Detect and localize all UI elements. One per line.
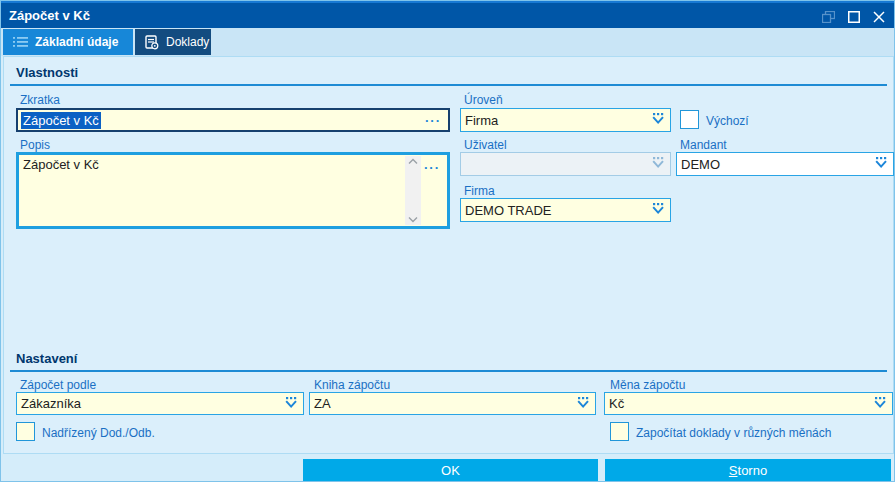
popis-textarea[interactable]: Zápočet v Kč ···: [16, 152, 450, 229]
dialog-window: Zápočet v Kč: [0, 0, 895, 482]
titlebar: Zápočet v Kč: [1, 1, 895, 28]
tab-label: Doklady: [166, 35, 209, 49]
restore-window-icon[interactable]: [816, 6, 840, 27]
zapocet-podle-combo[interactable]: Zákazníka: [16, 392, 304, 415]
popis-scrollbar[interactable]: [405, 156, 421, 225]
storno-rest: torno: [738, 463, 768, 478]
mandant-value: DEMO: [681, 157, 720, 172]
vychozi-label: Výchozí: [706, 114, 749, 128]
tab-label: Základní údaje: [35, 35, 118, 49]
zapocet-podle-label: Zápočet podle: [20, 378, 96, 392]
zapocet-podle-value: Zákazníka: [21, 396, 81, 411]
uroven-value: Firma: [465, 113, 498, 128]
tab-doklady[interactable]: Doklady: [135, 29, 211, 55]
vychozi-checkbox[interactable]: [680, 110, 699, 129]
storno-button[interactable]: Storno: [605, 459, 891, 482]
firma-combo[interactable]: DEMO TRADE: [460, 198, 671, 222]
dropdown-icon[interactable]: [872, 396, 888, 412]
documents-icon: [145, 35, 159, 50]
uzivatel-label: Uživatel: [464, 138, 507, 152]
zkratka-value: Zápočet v Kč: [21, 112, 101, 129]
uroven-label: Úroveň: [464, 93, 503, 107]
popis-value: Zápočet v Kč: [23, 157, 99, 172]
kniha-zapoctu-label: Kniha zápočtu: [314, 378, 390, 392]
mena-zapoctu-combo[interactable]: Kč: [604, 392, 893, 415]
scroll-down-icon: [408, 216, 418, 223]
zapocitat-checkbox[interactable]: [610, 422, 629, 441]
list-icon: [13, 36, 28, 48]
mena-zapoctu-value: Kč: [609, 396, 624, 411]
mena-zapoctu-label: Měna zápočtu: [610, 378, 685, 392]
window-title: Zápočet v Kč: [9, 8, 90, 23]
dropdown-icon[interactable]: [650, 202, 666, 218]
dropdown-icon[interactable]: [650, 112, 666, 128]
dropdown-icon: [650, 156, 666, 172]
storno-accel: S: [729, 463, 738, 478]
uroven-combo[interactable]: Firma: [460, 108, 671, 132]
mandant-label: Mandant: [680, 138, 727, 152]
section-rule: [10, 370, 887, 372]
content-panel: Vlastnosti Zkratka Zápočet v Kč ··· Úrov…: [3, 56, 894, 454]
dropdown-icon[interactable]: [873, 156, 889, 172]
dropdown-icon[interactable]: [575, 396, 591, 412]
mandant-combo[interactable]: DEMO: [676, 152, 894, 176]
ok-button[interactable]: OK: [303, 459, 598, 482]
nadrizeny-checkbox[interactable]: [16, 422, 35, 441]
uzivatel-combo: [460, 152, 671, 176]
dropdown-icon[interactable]: [283, 396, 299, 412]
section-rule: [10, 84, 887, 86]
zkratka-input[interactable]: Zápočet v Kč ···: [16, 108, 450, 132]
tab-bar: Základní údaje Doklady: [1, 28, 895, 56]
section-title-vlastnosti: Vlastnosti: [16, 65, 78, 80]
firma-label: Firma: [464, 184, 495, 198]
maximize-window-icon[interactable]: [842, 6, 866, 27]
nadrizeny-label: Nadřízený Dod./Odb.: [42, 426, 155, 440]
section-title-nastaveni: Nastavení: [16, 351, 77, 366]
zapocitat-label: Započítat doklady v různých měnách: [636, 426, 831, 440]
kniha-zapoctu-combo[interactable]: ZA: [309, 392, 596, 415]
zkratka-label: Zkratka: [20, 93, 60, 107]
ok-button-label: OK: [441, 463, 460, 478]
firma-value: DEMO TRADE: [465, 203, 551, 218]
tab-zakladni-udaje[interactable]: Základní údaje: [3, 29, 133, 55]
kniha-zapoctu-value: ZA: [314, 396, 331, 411]
popis-label: Popis: [20, 138, 50, 152]
close-window-icon[interactable]: [867, 6, 891, 27]
scroll-up-icon: [408, 158, 418, 165]
ellipsis-icon[interactable]: ···: [424, 161, 440, 174]
ellipsis-icon[interactable]: ···: [425, 114, 441, 127]
